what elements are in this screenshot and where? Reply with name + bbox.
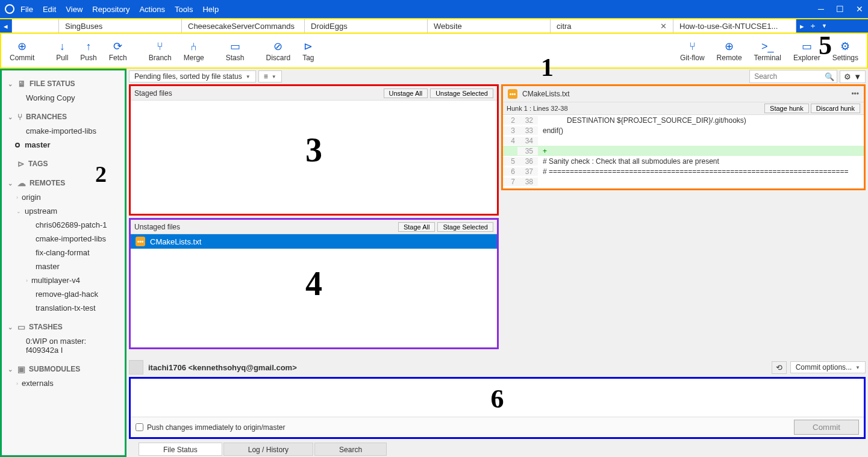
staged-files-panel: 3 Staged files Unstage All Unstage Selec… [129,84,499,216]
tab-menu-button[interactable]: ▼ [822,23,827,29]
diff-more-button[interactable]: ••• [851,90,859,98]
branch-tool[interactable]: ⑂Branch [143,34,178,67]
diff-line[interactable]: 738 [503,176,864,187]
tab-file-status[interactable]: File Status [139,443,222,456]
commit-button[interactable]: Commit [794,420,859,435]
repo-tab-6[interactable]: How-to-use-Git-NTUCSE1... [673,19,796,33]
menu-tools[interactable]: Tools [175,5,193,14]
unstage-selected-button[interactable]: Unstage Selected [430,89,493,98]
unstage-all-button[interactable]: Unstage All [384,89,428,98]
search-box: 🔍 [749,70,837,83]
discard-hunk-button[interactable]: Discard hunk [811,104,860,113]
discard-tool[interactable]: ⊘Discard [260,34,296,67]
settings-dropdown[interactable]: ⚙▼ [840,70,866,83]
repo-tab-5[interactable]: citra✕ [551,19,673,33]
close-tab-icon[interactable]: ✕ [660,22,667,31]
sidebar-remote-branch[interactable]: ›multiplayer-v4 [2,273,125,287]
unstaged-file-row[interactable]: ••• CMakeLists.txt [131,234,497,249]
sidebar-remote-upstream[interactable]: ⌄upstream [2,204,125,218]
sidebar-submodule-item[interactable]: ›externals [2,376,125,390]
maximize-button[interactable]: ☐ [836,4,844,14]
gear-icon: ⚙ [844,72,851,81]
push-checkbox[interactable] [136,423,143,431]
terminal-tool[interactable]: >_Terminal [748,34,787,67]
stage-hunk-button[interactable]: Stage hunk [764,104,809,113]
gitflow-tool[interactable]: ⑂Git-flow [674,34,711,67]
menu-help[interactable]: Help [202,5,219,14]
sidebar-branch-item[interactable]: cmake-imported-libs [2,124,125,138]
merge-tool[interactable]: ⑃Merge [178,34,210,67]
tab-scroll-right[interactable]: ▸ [800,22,804,31]
tab-scroll-left[interactable]: ◂ [0,19,12,33]
sidebar-tags-header[interactable]: ⌄⊳TAGS [2,157,125,171]
push-icon: ↑ [86,39,92,54]
tab-search[interactable]: Search [314,443,387,456]
sidebar-remote-origin[interactable]: ›origin [2,190,125,204]
stage-selected-button[interactable]: Stage Selected [437,222,493,232]
diff-line[interactable]: 434 [503,135,864,146]
close-button[interactable]: ✕ [856,4,863,14]
modified-file-icon: ••• [508,89,517,99]
sidebar-remote-branch[interactable]: translation-tx-test [2,301,125,315]
search-input[interactable] [752,70,825,82]
sidebar-remotes-header[interactable]: ⌄☁REMOTES [2,176,125,190]
search-icon[interactable]: 🔍 [825,72,834,81]
commit-options-dropdown[interactable]: Commit options...▼ [790,361,866,373]
sidebar-file-status-header[interactable]: ⌄🖥FILE STATUS [2,76,125,91]
new-tab-button[interactable]: ＋ [809,20,817,31]
repo-tab-2[interactable]: CheesecakeServerCommands [182,19,305,33]
sidebar-remote-branch[interactable]: fix-clang-format [2,246,125,260]
commit-tool[interactable]: ⊕Commit [4,34,40,67]
menu-view[interactable]: View [66,5,83,14]
modified-file-icon: ••• [136,237,145,246]
annotation-3: 3 [305,131,322,169]
view-mode-dropdown[interactable]: ≡▼ [258,70,282,82]
unstaged-title: Unstaged files [134,223,180,231]
menu-file[interactable]: File [20,5,33,14]
list-icon: ≡ [264,72,268,81]
repo-tab-3[interactable]: DroidEggs [305,19,428,33]
tag-tool[interactable]: ⊳Tag [296,34,320,67]
repo-tab-1[interactable]: SingBuses [59,19,182,33]
fetch-tool[interactable]: ⟳Fetch [103,34,133,67]
stash-tool[interactable]: ▭Stash [220,34,251,67]
settings-tool[interactable]: ⚙Settings [826,34,864,67]
sidebar-remote-branch[interactable]: remove-glad-hack [2,287,125,301]
push-immediately-checkbox[interactable]: Push changes immediately to origin/maste… [136,423,285,432]
minimize-button[interactable]: ─ [818,4,824,14]
repo-tab-4[interactable]: Website [428,19,551,33]
repo-tab-0[interactable] [12,19,59,33]
file-filter-dropdown[interactable]: Pending files, sorted by file status▼ [129,70,256,82]
remote-tool[interactable]: ⊕Remote [711,34,748,67]
sidebar-working-copy[interactable]: Working Copy [2,91,125,105]
sidebar-stash-item[interactable]: 0:WIP on master: f409342a I [2,334,125,357]
hunk-label: Hunk 1 : Lines 32-38 [507,105,568,112]
titlebar: File Edit View Repository Actions Tools … [0,0,868,18]
menu-actions[interactable]: Actions [139,5,165,14]
explorer-tool[interactable]: ▭Explorer [787,34,826,67]
bottom-tabs: File Status Log / History Search [126,441,868,457]
sidebar-remote-branch[interactable]: chris062689-patch-1 [2,218,125,232]
stage-all-button[interactable]: Stage All [398,222,435,232]
diff-line[interactable]: 536# Sanity check : Check that all submo… [503,156,864,166]
menu-repository[interactable]: Repository [92,5,130,14]
pull-tool[interactable]: ↓Pull [50,34,74,67]
history-icon[interactable]: ⟲ [772,361,787,374]
push-tool[interactable]: ↑Push [74,34,102,67]
tag-icon: ⊳ [17,159,25,169]
sidebar-branches-header[interactable]: ⌄⑂BRANCHES [2,110,125,124]
diff-line[interactable]: 35 [503,146,864,156]
diff-line[interactable]: 637# ===================================… [503,166,864,176]
sidebar-stashes-header[interactable]: ⌄▭STASHES [2,320,125,334]
diff-line[interactable]: 232 DESTINATION ${PROJECT_SOURCE_DIR}/.g… [503,115,864,125]
sidebar-branch-master[interactable]: master [2,138,125,152]
diff-line[interactable]: 333endif() [503,125,864,135]
tab-log-history[interactable]: Log / History [223,443,313,456]
menu-edit[interactable]: Edit [43,5,56,14]
stash-icon: ▭ [230,39,240,54]
commit-message-input[interactable] [131,379,864,415]
sidebar-submodules-header[interactable]: ⌄▣SUBMODULES [2,362,125,376]
sidebar-remote-branch[interactable]: master [2,260,125,273]
diff-body[interactable]: 232 DESTINATION ${PROJECT_SOURCE_DIR}/.g… [503,115,864,188]
sidebar-remote-branch[interactable]: cmake-imported-libs [2,232,125,246]
